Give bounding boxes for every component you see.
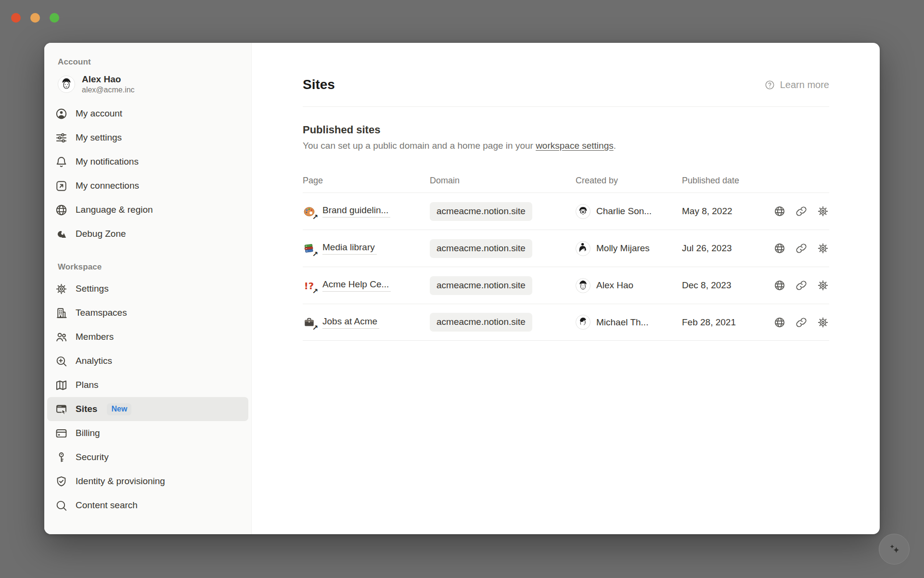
sites-main-panel: Sites Learn more Published sites You can… (252, 43, 880, 534)
minimize-window-button[interactable] (30, 13, 40, 23)
sidebar-item-label: Billing (76, 428, 100, 438)
user-name: Alex Hao (82, 74, 135, 85)
site-globe-button[interactable] (773, 279, 786, 292)
sidebar-item-label: Content search (76, 500, 138, 511)
page-link[interactable]: Acme Help Ce... (322, 279, 391, 292)
description-text: You can set up a public domain and a hom… (303, 141, 536, 151)
site-settings-button[interactable] (817, 279, 829, 292)
published-date: Feb 28, 2021 (682, 317, 766, 328)
sidebar-item-label: Plans (76, 380, 99, 390)
sidebar-item-label: My notifications (76, 156, 139, 167)
table-row: ↗ Brand guidelin... acmeacme.notion.site… (303, 193, 829, 230)
learn-more-link[interactable]: Learn more (764, 79, 829, 90)
site-settings-button[interactable] (817, 242, 829, 255)
sidebar-item-sites[interactable]: Sites New (47, 397, 248, 421)
sidebar-item-content-search[interactable]: Content search (47, 493, 248, 517)
sidebar-item-settings[interactable]: Settings (47, 277, 248, 301)
browser-cursor-icon (55, 403, 68, 416)
sidebar-item-debug-zone[interactable]: Debug Zone (47, 222, 248, 246)
site-settings-button[interactable] (817, 205, 829, 218)
domain-pill[interactable]: acmeacme.notion.site (430, 239, 532, 258)
sidebar-item-my-account[interactable]: My account (47, 102, 248, 126)
sidebar-item-analytics[interactable]: Analytics (47, 349, 248, 373)
creator-name: Molly Mijares (596, 243, 650, 254)
published-date: Jul 26, 2023 (682, 243, 766, 254)
sidebar-item-label: My connections (76, 180, 139, 191)
column-header-domain: Domain (430, 176, 576, 186)
sidebar-item-label: Sites (76, 404, 97, 414)
column-header-created-by: Created by (576, 176, 682, 186)
description-period: . (614, 141, 616, 151)
copy-link-button[interactable] (795, 205, 808, 218)
sidebar-item-label: Identity & provisioning (76, 476, 165, 487)
site-globe-button[interactable] (773, 316, 786, 329)
globe-icon (55, 204, 68, 217)
site-globe-button[interactable] (773, 242, 786, 255)
bell-icon (55, 155, 68, 168)
user-email: alex@acme.inc (82, 85, 135, 95)
zoom-window-button[interactable] (50, 13, 59, 23)
sidebar-item-my-settings[interactable]: My settings (47, 126, 248, 150)
settings-window: Account Alex Hao alex@acme.inc My accoun… (44, 43, 880, 534)
sidebar-item-members[interactable]: Members (47, 325, 248, 349)
gear-icon (55, 283, 68, 295)
briefcase-page-icon: ↗ (303, 316, 316, 329)
creator-name: Michael Th... (596, 317, 648, 328)
page-link[interactable]: Brand guidelin... (322, 205, 390, 218)
account-user-row[interactable]: Alex Hao alex@acme.inc (47, 72, 248, 102)
published-date: Dec 8, 2023 (682, 280, 766, 291)
sidebar-item-plans[interactable]: Plans (47, 373, 248, 397)
page-link[interactable]: Media library (322, 242, 377, 255)
domain-pill[interactable]: acmeacme.notion.site (430, 276, 532, 295)
external-arrow-icon: ↗ (312, 213, 318, 220)
window-controls (11, 13, 59, 23)
column-header-page: Page (303, 176, 430, 186)
close-window-button[interactable] (11, 13, 21, 23)
learn-more-label: Learn more (780, 79, 829, 90)
sidebar-item-label: Settings (76, 283, 109, 294)
site-settings-button[interactable] (817, 316, 829, 329)
creator-avatar (576, 204, 590, 219)
creator-name: Alex Hao (596, 280, 633, 291)
debug-icon (55, 228, 68, 241)
copy-link-button[interactable] (795, 242, 808, 255)
palette-page-icon: ↗ (303, 205, 316, 218)
ai-assistant-button[interactable] (879, 534, 910, 565)
sidebar-item-label: Language & region (76, 205, 153, 215)
new-badge: New (107, 403, 131, 415)
domain-pill[interactable]: acmeacme.notion.site (430, 313, 532, 332)
sidebar-item-identity-provisioning[interactable]: Identity & provisioning (47, 469, 248, 493)
table-row: !? ↗ Acme Help Ce... acmeacme.notion.sit… (303, 267, 829, 304)
sidebar-item-security[interactable]: Security (47, 445, 248, 469)
table-row: ↗ Media library acmeacme.notion.site Mol… (303, 230, 829, 267)
copy-link-button[interactable] (795, 316, 808, 329)
sidebar-item-billing[interactable]: Billing (47, 421, 248, 445)
building-icon (55, 307, 68, 320)
sliders-icon (55, 131, 68, 144)
table-row: ↗ Jobs at Acme acmeacme.notion.site Mich… (303, 304, 829, 341)
search-icon (55, 499, 68, 512)
site-globe-button[interactable] (773, 205, 786, 218)
people-icon (55, 331, 68, 344)
account-section-header: Account (47, 57, 248, 72)
sidebar-item-label: My settings (76, 132, 122, 143)
external-arrow-icon: ↗ (312, 324, 318, 331)
workspace-section-header: Workspace (47, 262, 248, 277)
copy-link-button[interactable] (795, 279, 808, 292)
sidebar-item-language-region[interactable]: Language & region (47, 198, 248, 222)
domain-pill[interactable]: acmeacme.notion.site (430, 202, 532, 221)
page-link[interactable]: Jobs at Acme (322, 316, 379, 329)
search-plus-icon (55, 355, 68, 368)
sidebar-item-my-connections[interactable]: My connections (47, 174, 248, 198)
published-sites-table: Page Domain Created by Published date ↗ … (303, 168, 829, 341)
published-sites-description: You can set up a public domain and a hom… (303, 140, 829, 152)
title-divider (303, 106, 829, 107)
sidebar-item-label: Analytics (76, 356, 112, 366)
user-avatar (58, 76, 75, 93)
sidebar-item-label: Members (76, 332, 114, 342)
sparkles-icon (885, 540, 903, 558)
page-title: Sites (303, 77, 335, 93)
sidebar-item-my-notifications[interactable]: My notifications (47, 150, 248, 174)
workspace-settings-link[interactable]: workspace settings (536, 141, 614, 151)
sidebar-item-teamspaces[interactable]: Teamspaces (47, 301, 248, 325)
